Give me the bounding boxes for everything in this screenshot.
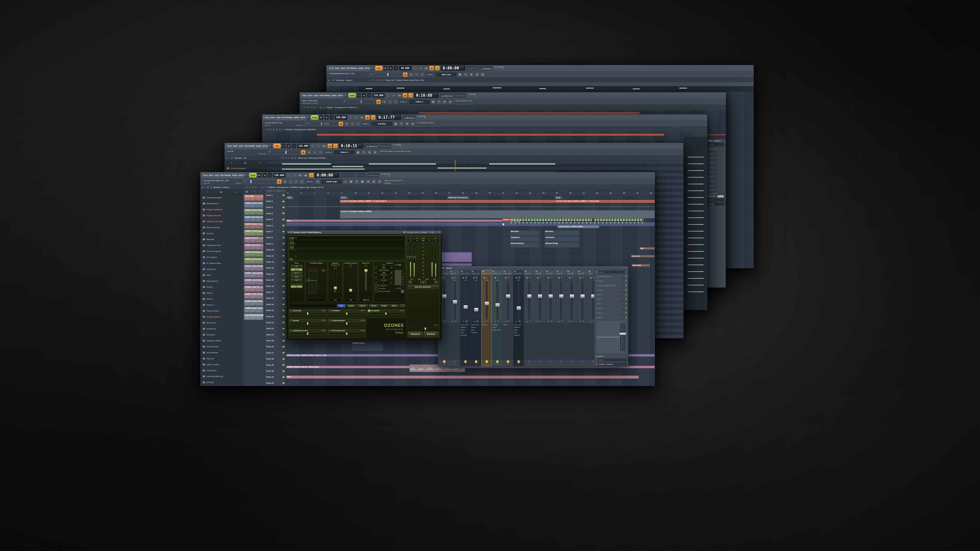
main-volume-knob[interactable]	[343, 93, 348, 98]
playlist-clip[interactable]: SW..2	[286, 219, 521, 222]
fx-slot[interactable]: ▸ Slot 9	[595, 311, 628, 315]
playlist-clip[interactable]: Top Basses	[510, 236, 540, 242]
playlist-tool-icons[interactable]: ∩✎✏✂⊘◎◁	[264, 128, 284, 131]
strip-enable-light[interactable]	[548, 277, 549, 278]
browser-nav-icons[interactable]: ▸↑↺	[328, 79, 335, 81]
browser-item[interactable]: Recorded	[200, 320, 242, 326]
drag-handle-icon[interactable]: ⇹	[261, 314, 262, 316]
link-icon[interactable]: ⌁	[294, 179, 299, 184]
margin-value[interactable]: -0.3	[321, 269, 325, 272]
drag-handle-icon[interactable]: ⇹	[261, 265, 262, 267]
tempo-display[interactable]: 98.000	[399, 66, 412, 70]
fx-mix-knob[interactable]	[622, 279, 625, 282]
window-breadcrumb[interactable]: Piano roll - Pookie Remix Vocal Shot 1 (…	[385, 79, 425, 81]
fx-slot[interactable]: ▸ Slot 6	[707, 170, 725, 174]
browser-icon-row[interactable]: +▤◁	[225, 160, 266, 165]
strip-enable-light[interactable]	[580, 277, 581, 278]
menu-item[interactable]: VIEW	[331, 94, 337, 97]
fx-slot[interactable]: ▸ iZotope Ozone 5 [64bit]	[595, 283, 628, 288]
fx-slot[interactable]: ▸ Slot 4	[707, 160, 725, 165]
plugin-menu-icon[interactable]: ▸	[288, 231, 290, 233]
stop-button[interactable]: ■	[325, 115, 328, 120]
next-icon[interactable]: ▶	[433, 231, 434, 233]
strip-fx-list[interactable]	[566, 323, 577, 360]
track-header[interactable]: Track 24	[264, 332, 286, 338]
picker-clip[interactable]: EDMEV1 Ride 03 ⇹	[244, 237, 263, 243]
strip-stereo-knob[interactable]	[476, 320, 479, 323]
shuffle-slider[interactable]	[310, 123, 337, 124]
browser-header[interactable]: Browser - Snap 4	[337, 79, 352, 81]
close-icon[interactable]: ✕	[438, 231, 440, 233]
drag-handle-icon[interactable]: ⇹	[261, 195, 262, 197]
pencil-icon[interactable]: ✎	[361, 150, 366, 155]
track-mute-light[interactable]	[283, 328, 285, 329]
track-header[interactable]: Track 4	[264, 210, 286, 216]
mode-button[interactable]: Hard	[291, 275, 302, 278]
strip-fader[interactable]	[539, 281, 541, 319]
action-button[interactable]: Solo	[337, 304, 345, 307]
strip-fader[interactable]	[465, 281, 466, 319]
window-breadcrumb[interactable]: Playlist - Arrangement › KSHMR_Impact_wi…	[268, 186, 324, 188]
channel-rack-icon[interactable]: ▦	[360, 179, 365, 184]
track-mute-light[interactable]	[283, 376, 285, 378]
strip-enable-light[interactable]	[527, 277, 528, 278]
track-mute-light[interactable]	[283, 273, 285, 275]
send-selector[interactable]: (none)	[707, 143, 725, 147]
strip-mute-lamp[interactable]	[507, 360, 509, 363]
strip-pan-knob[interactable]	[539, 276, 542, 279]
fl-studio-window-main[interactable]: FILEEDITADDPATTERNSVIEWOPTIONSTOOLSHELP …	[200, 172, 655, 386]
picker-clip[interactable]: KSHMR_Impact_with.. ⇹	[244, 306, 263, 313]
mixer-strip[interactable]: 30Inser.. ⊜ ▵	[588, 270, 594, 366]
wait-icon[interactable]: ◔	[391, 93, 396, 98]
loop-marker[interactable]	[317, 134, 664, 136]
slider-value[interactable]: 0.0	[345, 299, 356, 302]
file-icon[interactable]: ▤	[372, 179, 376, 184]
fx-enable-light[interactable]	[625, 294, 626, 295]
browser-item[interactable]: Demo projects	[200, 248, 242, 254]
loop-record-icon[interactable]: 3:2	[397, 93, 402, 98]
meter-fader[interactable]	[413, 256, 416, 259]
strip-mute-lamp[interactable]	[539, 360, 541, 363]
action-button[interactable]: Graph	[380, 304, 389, 307]
fx-slot[interactable]: ▸ VoxengoRecorder	[595, 274, 628, 279]
strip-pan-knob[interactable]	[454, 276, 457, 279]
strip-fx-list[interactable]: Delay 3	[503, 323, 513, 360]
fx-enable-light[interactable]	[625, 285, 626, 286]
send-selector[interactable]: ➜(none)◔	[595, 270, 628, 274]
fx-enable-light[interactable]	[625, 276, 626, 277]
plugin-icon[interactable]: ⚡	[448, 100, 453, 104]
browser-item[interactable]: IL shared data	[200, 260, 242, 266]
swing-icon[interactable]: ♪	[312, 150, 317, 155]
menu-item[interactable]: FILE	[265, 116, 269, 119]
tempo-display[interactable]: 108.000	[335, 115, 347, 120]
track-mute-light[interactable]	[283, 359, 285, 359]
detach-icon[interactable]: ▦	[404, 231, 406, 233]
typing-target-select[interactable]: (none)▸	[426, 73, 435, 76]
track-mute-light[interactable]	[283, 383, 285, 384]
master-pitch-knob[interactable]	[244, 179, 248, 184]
strip-mute-lamp[interactable]	[582, 360, 583, 363]
track-mute-light[interactable]	[283, 267, 285, 268]
fx-mix-knob[interactable]	[622, 298, 625, 301]
strip-fx-list[interactable]	[450, 323, 460, 360]
view-thumbnail[interactable]	[290, 242, 294, 245]
strip-stereo-knob[interactable]	[593, 320, 594, 323]
enable-checkbox[interactable]	[365, 264, 367, 267]
pat-song-toggle[interactable]: SONG	[349, 93, 356, 98]
fx-mix-knob[interactable]	[622, 284, 625, 287]
master-pitch-knob[interactable]	[343, 100, 347, 104]
strip-pan-knob[interactable]	[486, 276, 489, 279]
playlist-clip[interactable]: Disco Stab	[632, 264, 650, 267]
strip-fx-list[interactable]: D3MFilter [64bit] Param. EQ 2	[492, 323, 503, 360]
track-header[interactable]: Track 9	[264, 241, 286, 247]
action-button[interactable]: ?	[399, 304, 405, 307]
mixer-strip[interactable]: 29Insert 29 ⊜ ▵	[577, 270, 588, 366]
strip-fader[interactable]	[560, 281, 562, 319]
strip-fader[interactable]	[496, 281, 498, 319]
intersample-toggle[interactable]: On	[291, 285, 302, 288]
track-mute-light[interactable]	[283, 292, 285, 292]
fx-enable-light[interactable]	[625, 312, 626, 313]
strip-stereo-knob[interactable]	[561, 320, 564, 323]
module-power-icon[interactable]	[290, 330, 292, 332]
drag-handle-icon[interactable]: ⇹	[261, 210, 262, 211]
